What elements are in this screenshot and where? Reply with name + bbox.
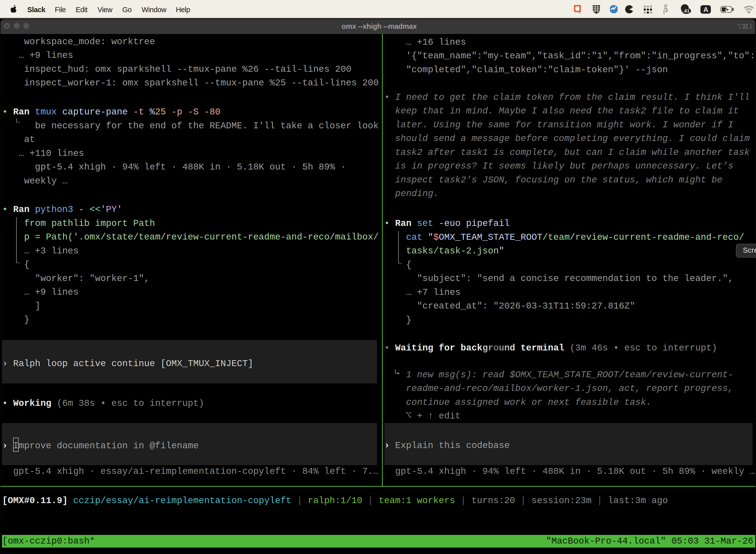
svg-text:A: A	[703, 6, 708, 13]
svg-text:..61: ..61	[682, 8, 690, 13]
svg-text:1: 1	[749, 23, 753, 30]
